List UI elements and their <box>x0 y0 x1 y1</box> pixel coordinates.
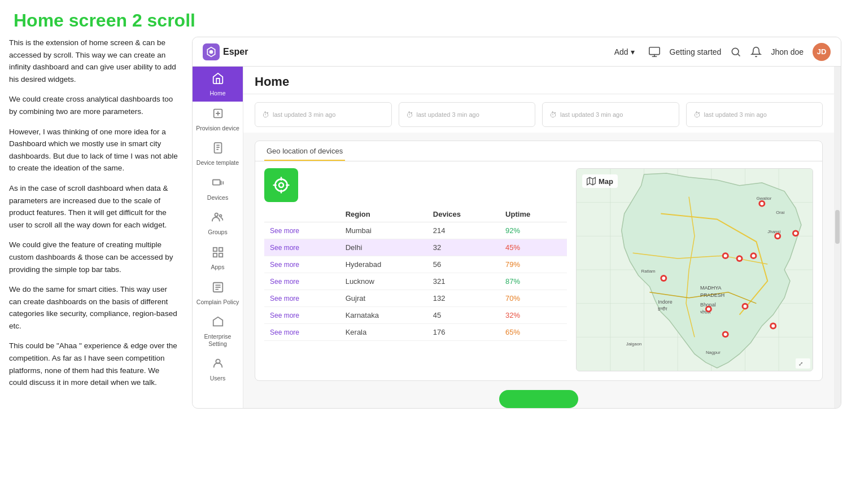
svg-rect-16 <box>219 253 222 257</box>
table-row: See moreGujrat13270% <box>264 290 567 307</box>
left-para-7: This could be "Ahaa " experience & edge … <box>9 340 178 388</box>
svg-point-66 <box>752 254 755 257</box>
svg-rect-10 <box>212 179 220 185</box>
svg-point-23 <box>279 183 283 187</box>
pill-button[interactable] <box>499 390 578 408</box>
sidebar-label-groups: Groups <box>208 229 227 236</box>
sidebar-label-enterprise: Enterprise Setting <box>195 333 241 347</box>
uptime-cell: 87% <box>500 273 567 290</box>
devices-cell: 176 <box>427 324 500 341</box>
region-cell: Karnataka <box>340 307 427 324</box>
svg-marker-28 <box>587 177 596 185</box>
sidebar-item-devices[interactable]: Devices <box>193 171 243 206</box>
see-more-link[interactable]: See more <box>264 239 340 256</box>
geo-tab-active[interactable]: Geo location of devices <box>264 141 345 161</box>
user-name: Jhon doe <box>771 47 804 56</box>
svg-point-12 <box>219 215 221 217</box>
uptime-cell: 45% <box>500 239 567 256</box>
app-content: Home Provision device Device template <box>193 67 841 408</box>
table-row: See moreKerala17665% <box>264 324 567 341</box>
sidebar-item-home[interactable]: Home <box>193 67 243 102</box>
table-row: See moreMumbai21492% <box>264 222 567 239</box>
region-cell: Lucknow <box>340 273 427 290</box>
th-region-label: Region <box>340 207 427 222</box>
devices-icon <box>212 177 224 192</box>
clock-icon-4: ⏱ <box>693 111 701 119</box>
geo-body: Region Devices Uptime See moreMumbai2149… <box>255 161 822 371</box>
india-map-svg: Gwalior Orai Jhansi Ratlam Indore इन्दौर… <box>577 169 813 371</box>
svg-point-11 <box>215 213 218 217</box>
sidebar-item-template[interactable]: Device template <box>193 136 243 171</box>
sidebar-item-enterprise[interactable]: Enterprise Setting <box>193 310 243 352</box>
sidebar: Home Provision device Device template <box>193 67 243 408</box>
svg-point-72 <box>744 305 747 308</box>
chat-icon[interactable] <box>648 46 661 58</box>
svg-point-60 <box>794 231 797 235</box>
topbar: Esper Add ▾ Getting started <box>193 37 841 67</box>
uptime-cell: 92% <box>500 222 567 239</box>
stat-card-4: ⏱ last updated 3 min ago <box>686 102 823 127</box>
scrollbar-thumb[interactable] <box>835 210 840 244</box>
svg-text:Gwalior: Gwalior <box>756 196 771 201</box>
scrollbar-track[interactable] <box>834 67 841 408</box>
sidebar-label-provision: Provision device <box>196 125 239 132</box>
left-para-6: We do the same for smart cities. This wa… <box>9 283 178 332</box>
uptime-cell: 70% <box>500 290 567 307</box>
geo-section: Geo location of devices <box>255 141 823 381</box>
stat-text-1: last updated 3 min ago <box>273 111 335 118</box>
svg-text:Indore: Indore <box>658 299 672 305</box>
add-button[interactable]: Add ▾ <box>610 45 639 59</box>
map-icon <box>587 177 596 186</box>
stat-card-2: ⏱ last updated 3 min ago <box>399 102 536 127</box>
home-title: Home <box>255 74 289 89</box>
svg-text:Orai: Orai <box>776 210 784 215</box>
svg-rect-15 <box>213 253 216 257</box>
see-more-link[interactable]: See more <box>264 222 340 239</box>
getting-started-button[interactable]: Getting started <box>670 47 722 56</box>
see-more-link[interactable]: See more <box>264 256 340 273</box>
svg-point-22 <box>275 179 287 191</box>
see-more-link[interactable]: See more <box>264 290 340 307</box>
bell-icon[interactable] <box>750 46 762 58</box>
svg-point-3 <box>732 48 739 55</box>
svg-text:Jalgaon: Jalgaon <box>626 341 642 347</box>
sidebar-item-policy[interactable]: Complain Policy <box>193 275 243 310</box>
users-icon <box>212 357 224 372</box>
groups-icon <box>212 211 224 226</box>
main-panel: Home ⏱ last updated 3 min ago ⏱ last upd… <box>243 67 834 408</box>
stat-text-2: last updated 3 min ago <box>417 111 479 118</box>
svg-rect-14 <box>219 248 222 251</box>
region-cell: Kerala <box>340 324 427 341</box>
geo-map-side: Map <box>576 168 813 371</box>
sidebar-label-users: Users <box>210 375 225 382</box>
svg-point-74 <box>724 332 727 336</box>
svg-point-68 <box>707 308 710 311</box>
svg-text:इन्दौर: इन्दौर <box>657 306 667 312</box>
see-more-link[interactable]: See more <box>264 324 340 341</box>
see-more-link[interactable]: See more <box>264 273 340 290</box>
left-para-3: However, I was thinking of one more idea… <box>9 126 178 174</box>
devices-cell: 132 <box>427 290 500 307</box>
stat-card-3: ⏱ last updated 3 min ago <box>542 102 679 127</box>
sidebar-item-users[interactable]: Users <box>193 352 243 387</box>
topbar-left: Esper <box>203 43 248 60</box>
uptime-cell: 79% <box>500 256 567 273</box>
geo-table: Region Devices Uptime See moreMumbai2149… <box>264 207 567 341</box>
see-more-link[interactable]: See more <box>264 307 340 324</box>
sidebar-item-apps[interactable]: Apps <box>193 240 243 275</box>
svg-point-62 <box>724 254 727 257</box>
sidebar-label-template: Device template <box>197 159 239 166</box>
left-para-5: We could give the feature of creating mu… <box>9 239 178 275</box>
stat-text-4: last updated 3 min ago <box>704 111 767 118</box>
map-container[interactable]: Map <box>576 168 813 371</box>
sidebar-label-devices: Devices <box>207 194 228 201</box>
map-label: Map <box>582 174 618 188</box>
search-icon[interactable] <box>730 46 741 58</box>
apps-icon <box>212 246 224 261</box>
uptime-cell: 32% <box>500 307 567 324</box>
sidebar-item-provision[interactable]: Provision device <box>193 102 243 137</box>
provision-icon <box>212 107 224 122</box>
stat-card-1: ⏱ last updated 3 min ago <box>255 102 392 127</box>
svg-point-58 <box>776 234 779 238</box>
sidebar-item-groups[interactable]: Groups <box>193 205 243 240</box>
